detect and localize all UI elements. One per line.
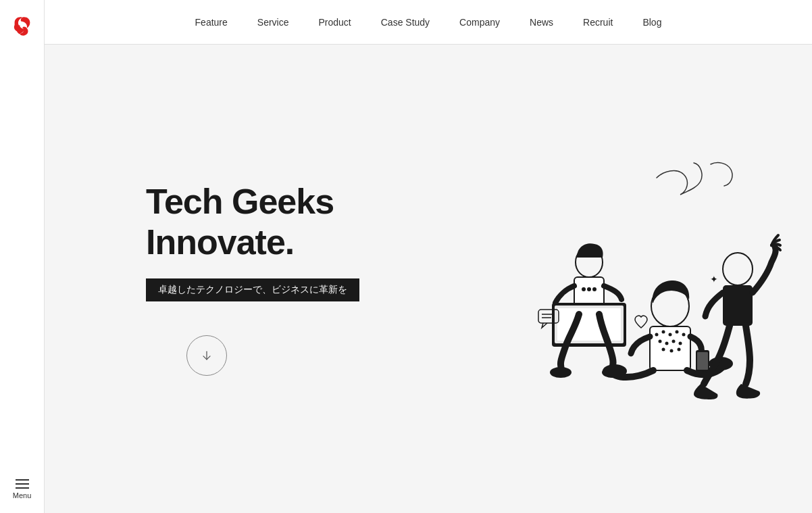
svg-text:✦: ✦	[710, 274, 718, 285]
menu-toggle[interactable]: Menu	[13, 479, 32, 499]
svg-rect-26	[697, 352, 708, 370]
hero-subtitle: 卓越したテクノロジーで、ビジネスに革新を	[146, 278, 359, 301]
nav-item-blog[interactable]: Blog	[628, 17, 676, 28]
hero-section: Tech Geeks Innovate. 卓越したテクノロジーで、ビジネスに革新…	[45, 45, 812, 513]
svg-point-13	[655, 333, 659, 336]
people-illustration: ✦	[501, 157, 785, 401]
svg-point-27	[603, 364, 627, 378]
svg-point-3	[582, 287, 586, 291]
nav-item-product[interactable]: Product	[303, 17, 365, 28]
logo[interactable]	[9, 14, 35, 42]
svg-point-15	[669, 333, 672, 336]
svg-point-20	[672, 339, 676, 343]
svg-point-14	[662, 330, 665, 333]
sidebar: Menu	[0, 0, 45, 513]
hero-title: Tech Geeks Innovate.	[146, 182, 484, 263]
svg-point-22	[662, 347, 665, 351]
chevron-down-icon	[200, 349, 213, 362]
svg-point-19	[665, 341, 669, 345]
nav-item-service[interactable]: Service	[243, 17, 304, 28]
hero-illustration: ✦	[501, 157, 785, 401]
svg-rect-30	[723, 285, 753, 326]
svg-point-5	[592, 287, 597, 291]
svg-point-23	[670, 349, 674, 352]
hamburger-icon	[16, 479, 29, 489]
scroll-down-button[interactable]	[186, 335, 227, 376]
menu-label: Menu	[13, 491, 32, 499]
svg-point-21	[679, 341, 682, 345]
nav-item-feature[interactable]: Feature	[180, 17, 243, 28]
svg-point-17	[682, 333, 686, 336]
svg-point-16	[676, 330, 679, 333]
svg-point-24	[678, 347, 681, 351]
nav-item-company[interactable]: Company	[445, 17, 515, 28]
svg-point-4	[587, 287, 591, 291]
logo-icon	[9, 14, 35, 39]
svg-point-29	[723, 253, 753, 285]
nav-item-news[interactable]: News	[515, 17, 568, 28]
svg-point-18	[659, 339, 662, 343]
main-area: Feature Service Product Case Study Compa…	[45, 0, 812, 513]
svg-point-9	[550, 367, 572, 378]
nav-items: Feature Service Product Case Study Compa…	[180, 17, 677, 28]
nav-item-case-study[interactable]: Case Study	[366, 17, 445, 28]
top-nav: Feature Service Product Case Study Compa…	[45, 0, 812, 45]
hero-content: Tech Geeks Innovate. 卓越したテクノロジーで、ビジネスに革新…	[146, 182, 484, 376]
nav-item-recruit[interactable]: Recruit	[568, 17, 628, 28]
